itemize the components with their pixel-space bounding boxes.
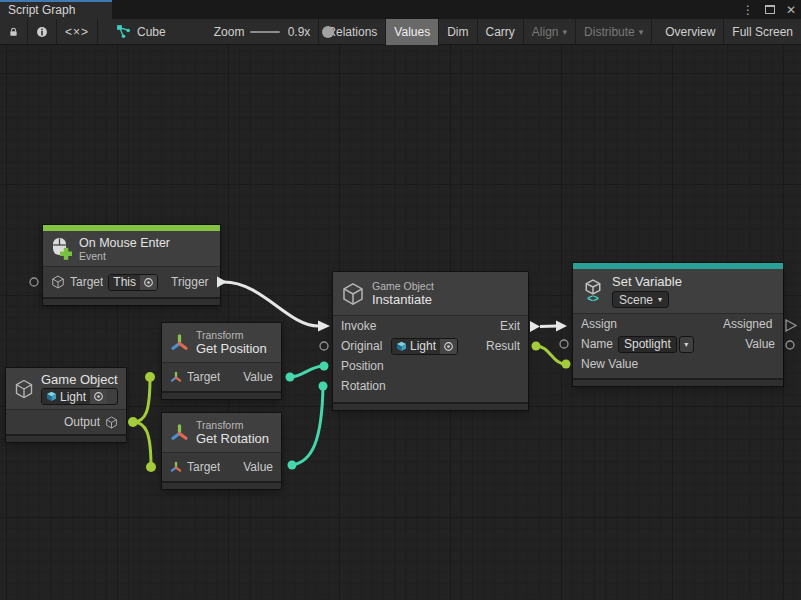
- node-category: Transform: [196, 419, 269, 431]
- object-picker-button[interactable]: [440, 339, 457, 354]
- invoke-input-port[interactable]: [318, 321, 330, 332]
- object-value: Light: [60, 390, 86, 404]
- transform-icon: [170, 461, 182, 473]
- zoom-label: Zoom: [206, 19, 245, 45]
- setvariable-value-output-port[interactable]: [786, 341, 794, 349]
- zoom-slider-handle[interactable]: [322, 26, 334, 38]
- prefab-cube-icon: [46, 391, 57, 402]
- onmouseenter-target-input-port[interactable]: [30, 278, 38, 286]
- new-value-port-label: New Value: [581, 357, 638, 371]
- node-title: Get Position: [196, 341, 267, 356]
- setvariable-name-input-port[interactable]: [560, 340, 568, 348]
- trigger-port-label: Trigger: [171, 275, 212, 289]
- original-port-label: Original: [341, 339, 386, 353]
- position-port-label: Position: [341, 359, 386, 373]
- getrotation-target-port[interactable]: [146, 462, 156, 472]
- exit-output-port[interactable]: [530, 321, 540, 332]
- info-button[interactable]: [28, 19, 56, 45]
- lock-button[interactable]: [0, 19, 27, 45]
- node-footer: [6, 434, 126, 442]
- zoom-slider[interactable]: [250, 31, 279, 33]
- original-input-port[interactable]: [320, 342, 328, 350]
- node-title: Get Rotation: [196, 431, 269, 446]
- script-graph-window: Script Graph ⋮ ✕ <×>: [0, 0, 801, 600]
- value-port-label: Value: [745, 337, 775, 351]
- node-category: Game Object: [372, 280, 434, 292]
- toolbar-separator: [651, 19, 652, 45]
- target-value-chip[interactable]: This: [108, 274, 158, 291]
- node-on-mouse-enter[interactable]: On Mouse Enter Event Target This: [43, 225, 220, 305]
- carry-button[interactable]: Carry: [478, 19, 523, 45]
- variable-name-value: Spotlight: [618, 336, 677, 353]
- close-icon[interactable]: ✕: [786, 4, 796, 16]
- node-get-position[interactable]: Transform Get Position Target Value: [162, 323, 281, 399]
- wire-getrotation-value-to-rotation[interactable]: [292, 386, 323, 465]
- node-game-object-light[interactable]: Game Object Light: [6, 368, 126, 442]
- variable-scope: Scene: [619, 293, 653, 307]
- wire-exit-to-assign[interactable]: [540, 326, 557, 327]
- wire-getposition-value-to-position[interactable]: [290, 366, 324, 377]
- node-instantiate[interactable]: Game Object Instantiate Invoke Exit Orig…: [333, 272, 528, 410]
- getposition-value-port[interactable]: [286, 373, 295, 382]
- variable-scope-dropdown[interactable]: Scene ▾: [612, 291, 669, 308]
- cube-icon: [14, 378, 34, 400]
- prefab-cube-icon: [396, 341, 407, 352]
- full-screen-button[interactable]: Full Screen: [724, 19, 801, 45]
- result-output-port[interactable]: [532, 342, 541, 351]
- name-port-label: Name: [581, 337, 613, 351]
- lock-icon: [8, 25, 19, 39]
- invoke-port-label: Invoke: [341, 319, 386, 333]
- cube-icon: [105, 416, 118, 429]
- wire-result-to-newvalue[interactable]: [536, 346, 566, 364]
- assign-input-port[interactable]: [556, 321, 567, 332]
- node-title: Set Variable: [612, 274, 682, 289]
- node-title: Game Object: [41, 372, 118, 387]
- node-category: Transform: [196, 329, 267, 341]
- zoom-value: 0.9x: [286, 19, 319, 45]
- cube-icon: [51, 275, 65, 289]
- rotation-input-port[interactable]: [319, 382, 328, 391]
- overview-button[interactable]: Overview: [657, 19, 723, 45]
- original-value-chip[interactable]: Light: [391, 338, 458, 355]
- edit-code-button[interactable]: <×>: [57, 19, 97, 45]
- value-port-label: Value: [243, 460, 273, 474]
- wire-output-to-getposition-target[interactable]: [133, 377, 150, 422]
- node-set-variable[interactable]: <> Set Variable Scene ▾ Assign Assigned …: [573, 263, 783, 386]
- node-get-rotation[interactable]: Transform Get Rotation Target Value: [162, 413, 281, 489]
- variable-name-dropdown[interactable]: Spotlight ▾: [618, 336, 694, 353]
- align-button[interactable]: Align ▾: [524, 19, 575, 45]
- getrotation-value-port[interactable]: [288, 461, 297, 470]
- maximize-icon[interactable]: [765, 5, 775, 14]
- values-button[interactable]: Values: [386, 19, 438, 45]
- newvalue-input-port[interactable]: [562, 360, 571, 369]
- target-port-label: Target: [70, 275, 103, 289]
- graph-canvas[interactable]: On Mouse Enter Event Target This: [0, 45, 801, 600]
- window-menu-icon[interactable]: ⋮: [742, 4, 754, 16]
- object-picker-button[interactable]: [90, 389, 107, 404]
- assigned-output-port[interactable]: [786, 320, 796, 331]
- node-footer: [162, 391, 281, 399]
- getposition-target-port[interactable]: [145, 372, 155, 382]
- wire-trigger-to-invoke[interactable]: [224, 282, 318, 326]
- dim-button[interactable]: Dim: [439, 19, 476, 45]
- object-value-chip[interactable]: Light: [41, 388, 118, 405]
- transform-icon: [170, 371, 182, 383]
- node-title: Instantiate: [372, 292, 434, 307]
- target-icon: [143, 277, 154, 288]
- output-port-label: Output: [64, 415, 100, 429]
- position-input-port[interactable]: [320, 362, 329, 371]
- transform-icon: [170, 423, 189, 442]
- distribute-button[interactable]: Distribute ▾: [576, 19, 651, 45]
- wire-output-to-getrotation-target[interactable]: [133, 422, 151, 467]
- tab-script-graph[interactable]: Script Graph: [0, 0, 112, 19]
- target-port-label: Target: [187, 370, 220, 384]
- graph-reference[interactable]: Cube: [108, 19, 174, 45]
- mouse-enter-icon: [51, 237, 72, 260]
- output-port[interactable]: [128, 417, 138, 427]
- chevron-down-icon[interactable]: ▾: [679, 336, 694, 353]
- transform-icon: [170, 333, 189, 352]
- variable-brackets-icon: <>: [587, 295, 599, 303]
- object-picker-button[interactable]: [140, 275, 157, 290]
- tab-bar: Script Graph ⋮ ✕: [0, 0, 801, 19]
- cube-icon: [341, 281, 365, 307]
